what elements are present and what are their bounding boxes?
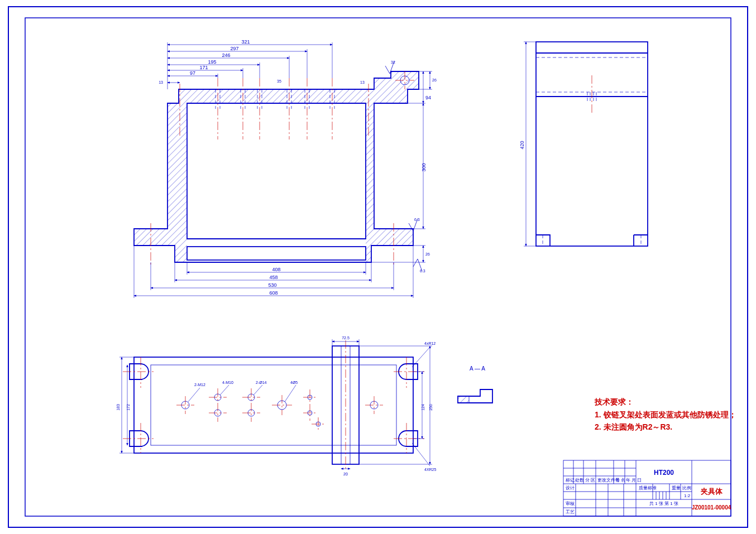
tb-h6: 年 月 日 [626, 478, 642, 483]
dim-250: 250 [429, 404, 433, 411]
front-view: 321 297 246 195 171 97 13 35 13 26 94 30… [134, 39, 437, 298]
tb-drawing-no: JZ00101-00004 [692, 504, 731, 511]
dim-172: 172 [126, 404, 130, 411]
tb-material: HT200 [654, 469, 674, 477]
tb-scale: 1:2 [684, 493, 691, 498]
callout-2d14: 2-Ø14 [256, 381, 267, 384]
dim-300: 300 [421, 163, 427, 171]
tb-c3: 比例 [682, 485, 691, 490]
dim-297: 297 [230, 46, 238, 51]
dim-458: 458 [269, 275, 277, 280]
svg-line-120 [220, 385, 229, 395]
tb-r2: 审核 [566, 501, 575, 506]
tb-c2: 重量 [672, 485, 681, 490]
dim-13: 13 [159, 80, 163, 84]
title-block: 标记 处数 分 区 更改文件号 签 名 年 月 日 设计 审核 工艺 质量标准 … [563, 460, 731, 516]
tb-r3: 工艺 [566, 509, 575, 514]
dim-420: 420 [519, 141, 525, 149]
callout-4r25: 4XR25 [424, 468, 437, 472]
tech-requirements: 技术要求： 1. 铰链叉架处表面发蓝或其他防锈处理； 2. 未注圆角为R2～R3… [594, 397, 736, 431]
dim-608: 608 [269, 290, 277, 296]
surf-finish-bottom: 6.3 [413, 259, 425, 273]
dim-530: 530 [268, 282, 276, 288]
dim-195: 195 [208, 59, 216, 65]
dim-171: 171 [199, 65, 208, 70]
callout-4m10: 4-M10 [222, 381, 233, 384]
svg-line-123 [412, 347, 430, 367]
svg-line-124 [412, 443, 430, 466]
dim-246: 246 [222, 52, 230, 58]
dim-26b: 26 [425, 252, 430, 256]
tb-h3: 分 区 [585, 478, 595, 483]
dim-26t: 26 [432, 78, 437, 82]
surf-32: 32 [391, 60, 395, 64]
side-view: 420 [519, 42, 648, 246]
tb-sheet: 共 1 张 第 1 张 [649, 501, 678, 506]
section-aa: A — A [458, 365, 492, 403]
dim-725: 72.5 [342, 336, 350, 340]
dim-94: 94 [425, 95, 431, 100]
tb-part-name: 夹具体 [701, 487, 723, 495]
dim-408: 408 [272, 267, 280, 272]
tech-req-line1: 1. 铰链叉架处表面发蓝或其他防锈处理； [595, 410, 736, 419]
dim-20: 20 [343, 472, 348, 476]
dim-97: 97 [190, 70, 195, 76]
top-view: 2-M12 4-M10 2-Ø14 4Ø5 4xR12 4XR25 72.5 2… [116, 336, 437, 476]
dim-13r: 13 [360, 80, 365, 84]
top-dimension-stack: 321 297 246 195 171 97 13 35 13 [159, 39, 365, 89]
holes [176, 388, 383, 431]
svg-rect-1 [187, 247, 366, 260]
dim-321: 321 [241, 39, 250, 45]
dim-124: 124 [421, 404, 425, 411]
tb-h2: 处数 [575, 478, 584, 483]
svg-line-119 [188, 388, 200, 402]
callout-2m12: 2-M12 [194, 383, 205, 387]
tb-h5: 签 名 [615, 478, 625, 483]
tb-c1: 质量标准 [639, 485, 657, 490]
dim-35: 35 [277, 79, 281, 83]
svg-line-122 [285, 385, 296, 402]
surf-63: 6.3 [414, 218, 420, 222]
callout-4r12: 4xR12 [424, 341, 436, 345]
drawing-sheet: 321 297 246 195 171 97 13 35 13 26 94 30… [0, 0, 756, 534]
dim-183: 183 [116, 404, 120, 411]
cad-canvas: 321 297 246 195 171 97 13 35 13 26 94 30… [0, 0, 756, 534]
tb-r1: 设计 [566, 485, 575, 490]
svg-line-121 [253, 385, 262, 395]
svg-rect-63 [536, 42, 648, 246]
tb-h1: 标记 [565, 478, 575, 483]
callout-4d5: 4Ø5 [290, 381, 298, 384]
tech-req-title: 技术要求： [594, 397, 634, 406]
surf-63b: 6.3 [420, 269, 425, 273]
section-label: A — A [470, 365, 485, 372]
tech-req-line2: 2. 未注圆角为R2～R3. [595, 422, 672, 431]
